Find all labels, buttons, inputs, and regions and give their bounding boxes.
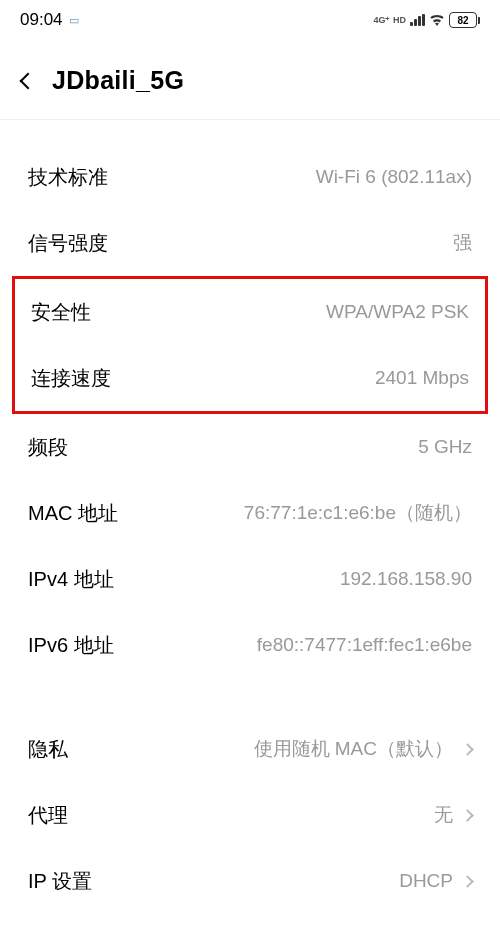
label-tech-standard: 技术标准 <box>28 164 108 191</box>
status-right: 4G⁺ HD 82 <box>373 12 480 28</box>
value-ip-settings: DHCP <box>399 870 453 892</box>
label-signal-strength: 信号强度 <box>28 230 108 257</box>
value-tech-standard: Wi-Fi 6 (802.11ax) <box>316 166 472 188</box>
label-security: 安全性 <box>31 299 91 326</box>
value-ipv4-address: 192.168.158.90 <box>340 568 472 590</box>
value-band: 5 GHz <box>418 436 472 458</box>
value-proxy: 无 <box>434 802 453 828</box>
network-details-section: 技术标准 Wi-Fi 6 (802.11ax) 信号强度 强 安全性 WPA/W… <box>0 144 500 678</box>
label-ip-settings: IP 设置 <box>28 868 92 895</box>
value-security: WPA/WPA2 PSK <box>326 301 469 323</box>
chevron-right-icon <box>461 743 474 756</box>
row-ipv6-address: IPv6 地址 fe80::7477:1eff:fec1:e6be <box>0 612 500 678</box>
battery-indicator: 82 <box>449 12 480 28</box>
status-bar: 09:04 ▭ 4G⁺ HD 82 <box>0 0 500 38</box>
cellular-signal-icon <box>410 14 425 26</box>
label-link-speed: 连接速度 <box>31 365 111 392</box>
row-tech-standard: 技术标准 Wi-Fi 6 (802.11ax) <box>0 144 500 210</box>
status-app-icon: ▭ <box>69 14 79 27</box>
value-privacy: 使用随机 MAC（默认） <box>254 736 454 762</box>
row-band: 频段 5 GHz <box>0 414 500 480</box>
label-ipv4-address: IPv4 地址 <box>28 566 114 593</box>
label-ipv6-address: IPv6 地址 <box>28 632 114 659</box>
value-mac-address: 76:77:1e:c1:e6:be（随机） <box>244 500 472 526</box>
row-proxy[interactable]: 代理 无 <box>0 782 500 848</box>
label-band: 频段 <box>28 434 68 461</box>
wifi-icon <box>429 14 445 26</box>
row-mac-address: MAC 地址 76:77:1e:c1:e6:be（随机） <box>0 480 500 546</box>
label-privacy: 隐私 <box>28 736 68 763</box>
value-signal-strength: 强 <box>453 230 472 256</box>
header: JDbaili_5G <box>0 38 500 120</box>
row-ipv4-address: IPv4 地址 192.168.158.90 <box>0 546 500 612</box>
row-link-speed: 连接速度 2401 Mbps <box>15 345 485 411</box>
chevron-right-icon <box>461 809 474 822</box>
network-settings-section: 隐私 使用随机 MAC（默认） 代理 无 IP 设置 DHCP <box>0 716 500 914</box>
value-link-speed: 2401 Mbps <box>375 367 469 389</box>
back-button[interactable] <box>20 72 37 89</box>
page-title: JDbaili_5G <box>52 66 184 95</box>
row-signal-strength: 信号强度 强 <box>0 210 500 276</box>
status-left: 09:04 ▭ <box>20 10 79 30</box>
label-proxy: 代理 <box>28 802 68 829</box>
battery-level: 82 <box>449 12 477 28</box>
chevron-right-icon <box>461 875 474 888</box>
status-time: 09:04 <box>20 10 63 30</box>
network-type-label: 4G⁺ HD <box>373 16 406 25</box>
row-security: 安全性 WPA/WPA2 PSK <box>15 279 485 345</box>
highlighted-rows: 安全性 WPA/WPA2 PSK 连接速度 2401 Mbps <box>12 276 488 414</box>
row-ip-settings[interactable]: IP 设置 DHCP <box>0 848 500 914</box>
value-ipv6-address: fe80::7477:1eff:fec1:e6be <box>257 634 472 656</box>
row-privacy[interactable]: 隐私 使用随机 MAC（默认） <box>0 716 500 782</box>
label-mac-address: MAC 地址 <box>28 500 118 527</box>
